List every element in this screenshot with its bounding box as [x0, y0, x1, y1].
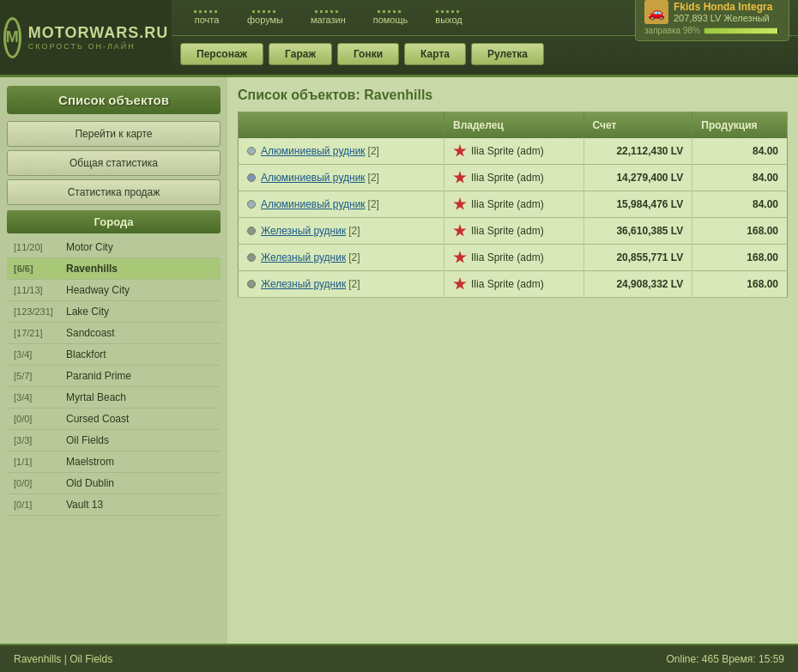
owner-name: Ilia Sprite (adm) [471, 145, 544, 157]
sidebar-item-lake-city[interactable]: [123/231] Lake City [7, 301, 221, 323]
table-row: Алюминиевый рудник [2] Ilia Sprite (adm)… [239, 138, 788, 165]
footer-link-ravenhills[interactable]: Ravenhills [14, 653, 61, 665]
sidebar-item-vault-13[interactable]: [0/1] Vault 13 [7, 494, 221, 516]
sidebar-item-cursed-coast[interactable]: [0/0] Cursed Coast [7, 409, 221, 430]
fuel-bar-fill [704, 28, 777, 33]
objects-table: Владелец Счет Продукция Алюминиевый рудн… [238, 112, 788, 298]
table-row: Алюминиевый рудник [2] Ilia Sprite (adm)… [239, 165, 788, 191]
object-name-cell: Железный рудник [2] [239, 271, 444, 298]
th-production: Продукция [692, 112, 788, 139]
city-count: [3/4] [14, 392, 61, 403]
object-level: [2] [368, 198, 379, 210]
city-name: Lake City [66, 306, 109, 318]
object-name-cell: Железный рудник [2] [239, 245, 444, 271]
sidebar-item-blackfort[interactable]: [3/4] Blackfort [7, 344, 221, 366]
city-count: [6/6] [14, 263, 61, 274]
nav-help[interactable]: помощь [360, 5, 422, 30]
city-name: Sandcoast [66, 327, 115, 339]
owner-star-icon [453, 197, 467, 211]
sidebar-item-old-dublin[interactable]: [0/0] Old Dublin [7, 473, 221, 494]
footer-status: Online: 465 Время: 15:59 [666, 653, 784, 665]
production-cell: 168.00 [692, 271, 788, 298]
object-name-link[interactable]: Железный рудник [261, 225, 346, 237]
owner-cell: Ilia Sprite (adm) [444, 165, 584, 191]
object-level: [2] [348, 251, 360, 263]
btn-sales-stats[interactable]: Статистика продаж [7, 179, 221, 205]
header: M MOTORWARS.RU скорость он-лайн почта фо… [0, 0, 798, 77]
th-object [239, 112, 444, 139]
top-nav: почта форумы магазин помощь выход 🚗 Fkid… [172, 0, 798, 36]
object-name-link[interactable]: Алюминиевый рудник [261, 172, 366, 184]
sidebar-item-ravenhills[interactable]: [6/6] Ravenhills [7, 258, 221, 280]
btn-map[interactable]: Карта [404, 43, 466, 65]
owner-star-icon [453, 171, 467, 185]
owner-cell: Ilia Sprite (adm) [444, 191, 584, 218]
sidebar-item-headway-city[interactable]: [11/13] Headway City [7, 280, 221, 301]
site-name: MOTORWARS.RU [28, 24, 168, 43]
nav-forums[interactable]: форумы [233, 5, 297, 30]
th-owner: Владелец [444, 112, 584, 139]
score-cell: 36,610,385 LV [583, 218, 692, 245]
logo-area: M MOTORWARS.RU скорость он-лайн [0, 0, 172, 75]
footer: Ravenhills | Oil Fields Online: 465 Врем… [0, 644, 798, 672]
btn-go-map[interactable]: Перейти к карте [7, 121, 221, 147]
sidebar-item-maelstrom[interactable]: [1/1] Maelstrom [7, 451, 221, 473]
city-count: [17/21] [14, 328, 61, 338]
owner-name: Ilia Sprite (adm) [471, 225, 544, 237]
object-name-link[interactable]: Железный рудник [261, 278, 346, 290]
city-count: [3/4] [14, 349, 61, 360]
table-row: Железный рудник [2] Ilia Sprite (adm) 24… [239, 271, 788, 298]
city-name: Motor City [66, 241, 113, 253]
bottom-nav: Персонаж Гараж Гонки Карта Рулетка [172, 36, 798, 72]
city-count: [0/0] [14, 414, 61, 424]
object-name-link[interactable]: Алюминиевый рудник [261, 145, 366, 157]
object-name-cell: Алюминиевый рудник [2] [239, 138, 444, 165]
sidebar-item-paranid-prime[interactable]: [5/7] Paranid Prime [7, 366, 221, 387]
city-name: Ravenhills [66, 263, 118, 275]
object-color-dot [247, 227, 256, 235]
city-name: Maelstrom [66, 456, 114, 468]
nav-mail[interactable]: почта [180, 5, 233, 30]
owner-name: Ilia Sprite (adm) [471, 278, 544, 290]
object-name-cell: Алюминиевый рудник [2] [239, 165, 444, 191]
object-name-link[interactable]: Железный рудник [261, 251, 346, 263]
production-cell: 84.00 [692, 191, 788, 218]
logo-icon: M [3, 17, 21, 58]
score-cell: 20,855,771 LV [583, 245, 692, 271]
btn-person[interactable]: Персонаж [180, 43, 263, 65]
sidebar: Список объектов Перейти к карте Общая ст… [0, 77, 227, 644]
btn-roulette[interactable]: Рулетка [471, 43, 544, 65]
production-cell: 168.00 [692, 218, 788, 245]
btn-races[interactable]: Гонки [337, 43, 399, 65]
nav-exit[interactable]: выход [421, 5, 475, 30]
th-score: Счет [583, 112, 692, 139]
footer-link-oil-fields[interactable]: Oil Fields [70, 653, 112, 665]
sidebar-item-myrtal-beach[interactable]: [3/4] Myrtal Beach [7, 387, 221, 409]
btn-stats[interactable]: Общая статистика [7, 150, 221, 176]
sidebar-item-motor-city[interactable]: [11/20] Motor City [7, 237, 221, 258]
content-area: Список объектов: Ravenhills Владелец Сче… [227, 77, 798, 644]
score-cell: 22,112,430 LV [583, 138, 692, 165]
object-color-dot [247, 280, 256, 288]
city-count: [0/1] [14, 499, 61, 510]
score-cell: 15,984,476 LV [583, 191, 692, 218]
sidebar-item-oil-fields[interactable]: [3/3] Oil Fields [7, 430, 221, 451]
city-name: Old Dublin [66, 477, 114, 489]
btn-garage[interactable]: Гараж [269, 43, 332, 65]
cities-section-label[interactable]: Города [7, 210, 221, 233]
object-level: [2] [368, 172, 379, 184]
city-name: Cursed Coast [66, 413, 129, 425]
owner-cell: Ilia Sprite (adm) [444, 218, 584, 245]
owner-star-icon [453, 224, 467, 238]
score-cell: 14,279,400 LV [583, 165, 692, 191]
city-count: [11/13] [14, 285, 61, 295]
object-name-link[interactable]: Алюминиевый рудник [261, 198, 366, 210]
main-content: Список объектов Перейти к карте Общая ст… [0, 77, 798, 644]
owner-cell: Ilia Sprite (adm) [444, 245, 584, 271]
city-name: Vault 13 [66, 499, 103, 511]
city-name: Myrtal Beach [66, 391, 126, 403]
sidebar-item-sandcoast[interactable]: [17/21] Sandcoast [7, 323, 221, 344]
nav-shop[interactable]: магазин [297, 5, 360, 30]
owner-name: Ilia Sprite (adm) [471, 198, 544, 210]
city-count: [3/3] [14, 435, 61, 445]
